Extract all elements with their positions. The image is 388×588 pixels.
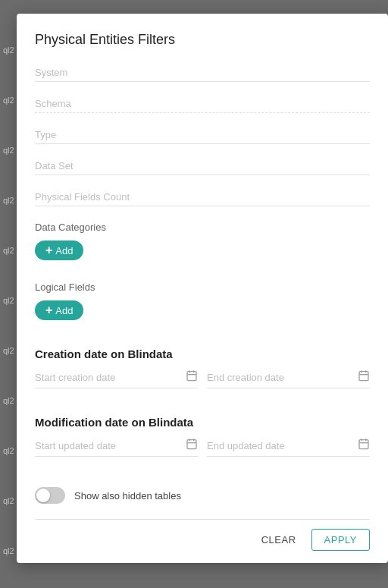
svg-rect-8 xyxy=(187,440,196,449)
sidebar-item-3: ql2 xyxy=(0,146,17,155)
start-creation-calendar-icon[interactable] xyxy=(186,369,198,385)
logical-fields-add-button[interactable]: + Add xyxy=(35,300,83,320)
creation-date-section: Creation date on Blindata xyxy=(35,338,370,395)
dataset-input[interactable] xyxy=(35,156,370,175)
end-creation-date-field xyxy=(207,369,370,388)
svg-rect-12 xyxy=(359,440,368,449)
sidebar: ql2 ql2 ql2 ql2 ql2 ql2 ql2 ql2 ql2 ql2 … xyxy=(0,0,17,588)
dataset-field-group xyxy=(35,156,370,175)
apply-button[interactable]: APPLY xyxy=(311,529,370,551)
start-creation-date-input[interactable] xyxy=(35,372,186,383)
hidden-tables-label: Show also hidden tables xyxy=(74,490,181,502)
sidebar-item-1: ql2 xyxy=(0,46,17,55)
start-creation-date-wrapper xyxy=(35,369,198,388)
end-creation-date-wrapper xyxy=(207,369,370,388)
start-updated-date-field xyxy=(35,438,198,457)
start-updated-calendar-icon[interactable] xyxy=(186,438,198,453)
start-updated-date-input[interactable] xyxy=(35,440,186,451)
data-categories-add-button[interactable]: + Add xyxy=(35,241,83,260)
creation-date-row xyxy=(35,369,370,388)
system-input[interactable] xyxy=(35,63,370,82)
plus-icon: + xyxy=(45,244,52,256)
end-updated-date-field xyxy=(207,438,370,457)
start-updated-date-wrapper xyxy=(35,438,198,457)
filter-modal: Physical Entities Filters Data Categorie… xyxy=(17,14,388,563)
end-creation-calendar-icon[interactable] xyxy=(358,369,370,385)
creation-date-title: Creation date on Blindata xyxy=(35,347,370,360)
clear-button[interactable]: CLEAR xyxy=(252,530,305,550)
type-input[interactable] xyxy=(35,125,370,144)
physical-fields-count-group xyxy=(35,187,370,206)
data-categories-add-label: Add xyxy=(55,245,73,256)
physical-fields-count-input[interactable] xyxy=(35,187,370,206)
sidebar-item-10: ql2 xyxy=(0,496,17,505)
end-creation-date-input[interactable] xyxy=(207,372,358,383)
end-updated-date-input[interactable] xyxy=(207,440,358,451)
system-field-group xyxy=(35,63,370,82)
start-creation-date-field xyxy=(35,369,198,388)
sidebar-item-7: ql2 xyxy=(0,346,17,355)
hidden-tables-toggle-row: Show also hidden tables xyxy=(35,487,370,504)
svg-rect-4 xyxy=(359,372,368,381)
modal-footer: CLEAR APPLY xyxy=(35,519,370,563)
plus-icon-2: + xyxy=(45,304,52,316)
end-updated-calendar-icon[interactable] xyxy=(358,438,370,453)
sidebar-item-6: ql2 xyxy=(0,296,17,305)
logical-fields-label: Logical Fields xyxy=(35,281,370,293)
end-updated-date-wrapper xyxy=(207,438,370,457)
toggle-knob xyxy=(36,489,50,502)
hidden-tables-toggle[interactable] xyxy=(35,487,65,504)
sidebar-item-2: ql2 xyxy=(0,96,17,105)
sidebar-item-4: ql2 xyxy=(0,196,17,205)
logical-fields-add-label: Add xyxy=(55,305,73,316)
sidebar-item-9: ql2 xyxy=(0,446,17,455)
data-categories-group: Data Categories + Add xyxy=(35,219,370,266)
modal-title: Physical Entities Filters xyxy=(35,32,370,48)
sidebar-item-5: ql2 xyxy=(0,246,17,255)
type-field-group xyxy=(35,125,370,144)
svg-rect-0 xyxy=(187,372,196,381)
data-categories-label: Data Categories xyxy=(35,222,370,233)
schema-input[interactable] xyxy=(35,94,370,113)
logical-fields-group: Logical Fields + Add xyxy=(35,278,370,326)
schema-field-group xyxy=(35,94,370,113)
modification-date-section: Modification date on Blindata xyxy=(35,407,370,463)
modification-date-title: Modification date on Blindata xyxy=(35,416,370,429)
sidebar-item-11: ql2 xyxy=(0,546,17,555)
sidebar-item-8: ql2 xyxy=(0,396,17,405)
modification-date-row xyxy=(35,438,370,457)
